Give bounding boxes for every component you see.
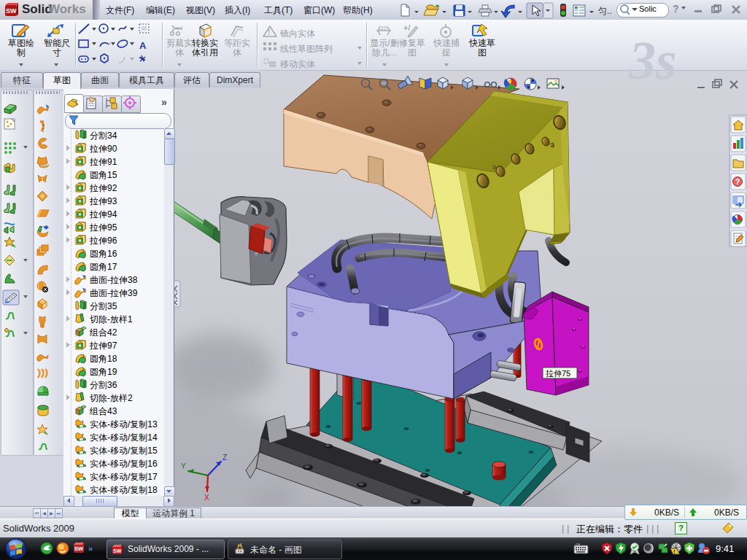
svg-text:拉伸75: 拉伸75 (546, 369, 570, 378)
svg-text:!: ! (268, 28, 270, 36)
svg-text:CH: CH (576, 542, 580, 546)
svg-text:20: 20 (380, 25, 387, 31)
svg-text:Z: Z (222, 454, 227, 462)
svg-text:SW: SW (74, 545, 84, 552)
svg-text:!: ! (673, 548, 676, 555)
svg-text:+/: +/ (403, 23, 410, 32)
svg-text:A: A (139, 40, 147, 51)
svg-text:Y: Y (181, 462, 186, 470)
svg-text:»: » (88, 544, 93, 553)
svg-text:SW: SW (6, 7, 17, 15)
svg-text:匀..: 匀.. (598, 6, 612, 16)
svg-text:?: ? (735, 178, 740, 186)
svg-text:SW: SW (113, 548, 122, 553)
svg-text:X: X (204, 494, 209, 502)
